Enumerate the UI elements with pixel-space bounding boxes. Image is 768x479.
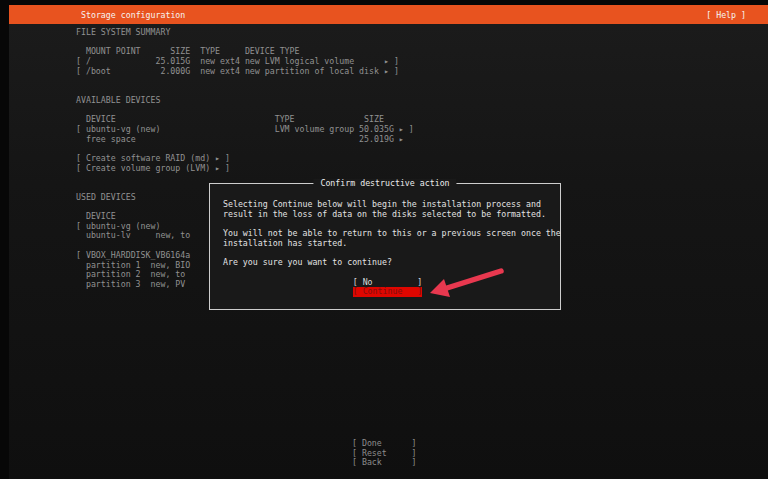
no-button[interactable]: [ No ] bbox=[353, 277, 423, 287]
fs-row-boot[interactable]: [ /boot 2.000G new ext4 new partition of… bbox=[76, 67, 414, 77]
screen-action-buttons: [ Done ] [ Reset ] [ Back ] bbox=[352, 439, 417, 468]
dialog-title: Confirm destructive action bbox=[313, 179, 456, 189]
dialog-text-line: result in the loss of data on the disks … bbox=[223, 210, 552, 220]
continue-button[interactable]: [ Continue ] bbox=[353, 287, 423, 297]
page-title: Storage configuration bbox=[81, 10, 185, 20]
dialog-text-line: installation has started. bbox=[223, 239, 552, 249]
dialog-question-line: Are you sure you want to continue? bbox=[223, 258, 552, 268]
confirm-destructive-action-dialog: Confirm destructive action Selecting Con… bbox=[209, 183, 561, 310]
help-button[interactable]: [ Help ] bbox=[706, 10, 746, 20]
section-title-filesystem-summary: FILE SYSTEM SUMMARY bbox=[76, 28, 414, 38]
section-title-available-devices: AVAILABLE DEVICES bbox=[76, 96, 414, 106]
available-row-free-space[interactable]: free space 25.019G ▸ bbox=[76, 135, 414, 145]
dialog-body: Selecting Continue below will begin the … bbox=[210, 184, 560, 297]
back-button[interactable]: [ Back ] bbox=[352, 458, 417, 468]
title-bar: Storage configuration [ Help ] bbox=[9, 5, 768, 24]
create-volume-group-button[interactable]: [ Create volume group (LVM) ▸ ] bbox=[76, 164, 414, 174]
blank-line bbox=[76, 76, 414, 86]
